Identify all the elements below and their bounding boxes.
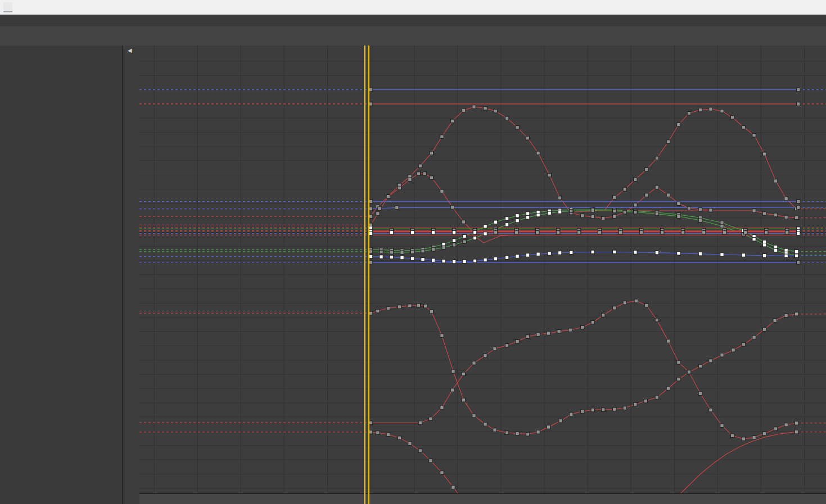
key (526, 335, 529, 338)
key (762, 152, 766, 156)
key (795, 430, 798, 433)
key (450, 206, 454, 209)
key (452, 370, 455, 373)
key (634, 210, 637, 214)
key (591, 215, 594, 218)
key (698, 219, 702, 222)
key (698, 208, 702, 211)
key (378, 207, 381, 210)
key (398, 436, 401, 439)
key (742, 125, 745, 129)
key (797, 261, 800, 264)
key (462, 398, 465, 402)
key (369, 421, 372, 424)
key (634, 402, 637, 406)
key-selected (484, 232, 487, 235)
key (677, 123, 680, 126)
key (613, 196, 616, 199)
key (602, 408, 605, 411)
key (536, 430, 540, 434)
key (602, 216, 605, 220)
key (762, 212, 766, 215)
key (559, 419, 562, 423)
key (398, 305, 401, 308)
key (720, 353, 724, 357)
key (516, 126, 519, 129)
key (730, 434, 734, 437)
app-logo-icon (3, 2, 12, 12)
key (430, 310, 433, 313)
key (613, 306, 616, 310)
track-hierarchy-panel[interactable] (0, 46, 123, 504)
key-selected (591, 250, 594, 253)
key (536, 151, 540, 155)
key (516, 432, 519, 435)
key (581, 325, 584, 329)
key (619, 231, 622, 234)
key-selected (774, 248, 777, 252)
key (369, 199, 372, 203)
key-selected (698, 252, 702, 256)
menu-bar (0, 15, 826, 27)
key (581, 214, 584, 217)
key-selected (526, 212, 529, 215)
key (645, 193, 648, 197)
key-selected (558, 251, 561, 255)
key-selected (431, 258, 435, 262)
key (732, 348, 735, 352)
key (645, 167, 648, 171)
key (762, 432, 766, 435)
key (698, 108, 702, 111)
time-ruler[interactable] (139, 493, 826, 504)
key (421, 249, 425, 252)
key-selected (484, 225, 487, 228)
key (570, 209, 573, 212)
key (429, 417, 432, 420)
key (723, 231, 726, 234)
key (797, 199, 800, 203)
key-selected (505, 256, 508, 259)
key (462, 220, 465, 224)
key (526, 433, 529, 436)
curves-canvas[interactable] (139, 46, 826, 493)
trackbar-window: ◀ (0, 0, 826, 504)
key (660, 231, 663, 234)
key (386, 433, 390, 436)
key (526, 137, 529, 140)
title-bar (0, 0, 826, 15)
key-selected (410, 231, 414, 234)
key (666, 339, 670, 343)
key (369, 430, 372, 434)
key (645, 303, 648, 307)
curve-rot-low-3a (371, 432, 472, 493)
key-selected (752, 237, 756, 240)
key (797, 88, 800, 91)
key (602, 314, 605, 317)
key (655, 212, 658, 215)
value-axis: ◀ (123, 46, 140, 504)
key (709, 208, 712, 212)
key (376, 309, 380, 312)
key (720, 424, 724, 427)
key (591, 208, 594, 212)
key (493, 428, 496, 432)
key-selected (526, 253, 529, 257)
key-selected (536, 213, 540, 216)
key (677, 202, 680, 205)
key (558, 196, 561, 199)
key (795, 421, 798, 425)
current-time-marker[interactable] (368, 46, 369, 504)
key-selected (452, 231, 455, 234)
key-selected (442, 259, 445, 262)
key (702, 231, 705, 234)
key (484, 353, 487, 357)
current-time-marker[interactable] (364, 46, 365, 504)
key (743, 231, 747, 234)
key (440, 334, 444, 337)
curve-graph-area[interactable] (139, 46, 826, 504)
collapse-arrow-icon[interactable]: ◀ (128, 47, 132, 53)
key (730, 116, 734, 119)
key (774, 213, 777, 216)
key (386, 194, 390, 198)
key (623, 301, 626, 305)
